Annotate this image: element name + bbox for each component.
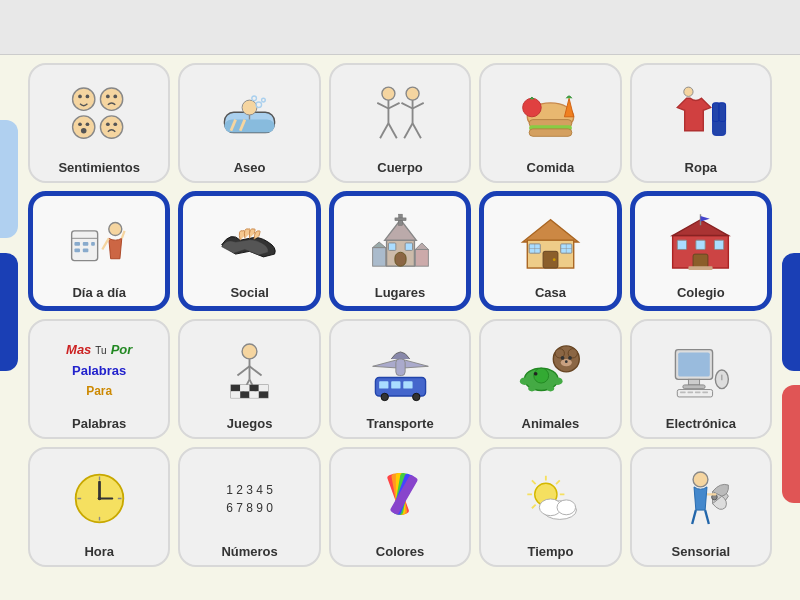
card-numeros[interactable]: 1 2 3 4 5 6 7 8 9 0 Números [178, 447, 320, 567]
svg-point-6 [72, 116, 94, 138]
card-colegio[interactable]: Colegio [630, 191, 772, 311]
svg-rect-42 [719, 103, 726, 122]
svg-rect-63 [415, 249, 428, 266]
card-tiempo-label: Tiempo [527, 544, 573, 559]
svg-marker-65 [523, 220, 579, 242]
svg-rect-48 [91, 242, 95, 246]
svg-point-107 [534, 368, 549, 383]
svg-point-22 [381, 87, 394, 100]
card-diadia-label: Día a día [72, 285, 125, 300]
card-juegos-label: Juegos [227, 416, 273, 431]
svg-rect-102 [391, 381, 400, 388]
svg-point-156 [557, 500, 576, 515]
svg-rect-67 [543, 251, 558, 268]
row3-right-tab [782, 385, 800, 503]
svg-point-9 [81, 128, 87, 134]
card-colores-label: Colores [376, 544, 424, 559]
card-juegos[interactable]: Juegos [178, 319, 320, 439]
card-tiempo[interactable]: Tiempo [479, 447, 621, 567]
card-casa[interactable]: Casa [479, 191, 621, 311]
svg-marker-64 [415, 243, 428, 250]
card-transporte-label: Transporte [366, 416, 433, 431]
card-comida-label: Comida [527, 160, 575, 175]
card-lugares-label: Lugares [375, 285, 426, 300]
svg-rect-58 [394, 252, 405, 266]
svg-rect-60 [405, 243, 412, 250]
svg-point-111 [547, 386, 554, 392]
card-ropa[interactable]: Ropa [630, 63, 772, 183]
svg-point-109 [553, 377, 562, 384]
svg-line-87 [250, 366, 262, 375]
svg-rect-96 [240, 391, 249, 398]
svg-line-25 [388, 103, 399, 109]
card-social[interactable]: Social [178, 191, 320, 311]
svg-line-153 [532, 505, 536, 509]
svg-rect-47 [82, 242, 88, 246]
svg-rect-50 [82, 249, 88, 253]
card-sentimientos[interactable]: Sentimientos [28, 63, 170, 183]
svg-line-27 [388, 123, 396, 138]
top-bar [0, 0, 800, 55]
card-hora[interactable]: Hora [28, 447, 170, 567]
svg-rect-93 [250, 385, 259, 392]
svg-point-108 [520, 377, 529, 384]
svg-rect-82 [693, 254, 708, 268]
svg-point-119 [565, 360, 568, 363]
svg-point-43 [684, 87, 693, 96]
svg-point-68 [553, 258, 556, 261]
svg-point-110 [528, 386, 535, 392]
svg-line-150 [532, 480, 536, 484]
card-casa-label: Casa [535, 285, 566, 300]
card-palabras[interactable]: Mas Tu Por Palabras Para Palabras [28, 319, 170, 439]
svg-line-33 [412, 123, 420, 138]
svg-point-0 [72, 88, 94, 110]
svg-rect-97 [250, 391, 259, 398]
card-aseo-label: Aseo [234, 160, 266, 175]
card-cuerpo[interactable]: Cuerpo [329, 63, 471, 183]
svg-rect-123 [683, 385, 705, 389]
svg-rect-80 [696, 240, 705, 249]
svg-rect-95 [231, 391, 240, 398]
card-transporte[interactable]: Transporte [329, 319, 471, 439]
svg-line-53 [121, 231, 124, 238]
svg-line-32 [404, 123, 412, 138]
card-palabras-label: Palabras [72, 416, 126, 431]
card-diadia[interactable]: Día a día [28, 191, 170, 311]
row4: Hora 1 2 3 4 5 6 7 8 9 0 Números [28, 447, 772, 567]
card-electronica[interactable]: Electrónica [630, 319, 772, 439]
card-ropa-label: Ropa [685, 160, 718, 175]
svg-point-104 [381, 393, 388, 400]
svg-rect-91 [231, 385, 240, 392]
card-sensorial[interactable]: Sensorial [630, 447, 772, 567]
svg-point-117 [561, 356, 565, 360]
svg-rect-103 [403, 381, 412, 388]
svg-point-18 [262, 98, 266, 102]
row-highlighted: Día a día Social [28, 191, 772, 311]
svg-point-51 [108, 223, 121, 236]
svg-point-3 [100, 88, 122, 110]
svg-rect-83 [689, 266, 713, 270]
svg-point-157 [693, 472, 708, 487]
svg-point-28 [406, 87, 419, 100]
svg-rect-81 [715, 240, 724, 249]
svg-rect-41 [713, 103, 720, 122]
row-sentimientos: Sentimientos [28, 63, 772, 183]
card-colores[interactable]: Colores [329, 447, 471, 567]
svg-point-1 [78, 95, 82, 99]
card-lugares[interactable]: Lugares [329, 191, 471, 311]
svg-rect-46 [74, 242, 80, 246]
svg-rect-99 [395, 359, 404, 376]
card-aseo[interactable]: Aseo [178, 63, 320, 183]
card-electronica-label: Electrónica [666, 416, 736, 431]
svg-rect-79 [678, 240, 687, 249]
card-colegio-label: Colegio [677, 285, 725, 300]
svg-rect-57 [394, 218, 405, 221]
card-comida[interactable]: Comida [479, 63, 621, 183]
svg-point-15 [242, 100, 257, 115]
svg-rect-59 [388, 243, 395, 250]
svg-rect-92 [240, 385, 249, 392]
card-animales[interactable]: Animales [479, 319, 621, 439]
svg-rect-126 [688, 391, 694, 393]
svg-point-4 [106, 95, 110, 99]
card-sentimientos-label: Sentimientos [58, 160, 140, 175]
